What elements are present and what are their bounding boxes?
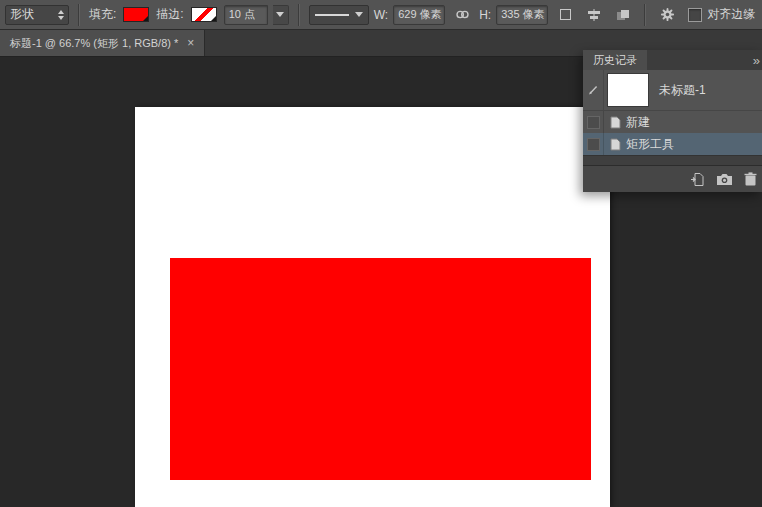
shape-width-value: 629 像素 [398, 7, 441, 22]
history-panel-spacer [583, 155, 762, 165]
combo-updown-icon [58, 10, 64, 20]
new-document-from-state-icon[interactable] [690, 172, 705, 187]
align-edges-label: 对齐边缘 [707, 6, 755, 23]
history-brush-icon [587, 84, 599, 96]
height-label: H: [479, 8, 491, 22]
align-edges-checkbox[interactable] [688, 8, 702, 22]
history-panel-header: 历史记录 » [583, 50, 762, 70]
gear-icon[interactable] [655, 4, 679, 26]
document-tab-title: 标题-1 @ 66.7% (矩形 1, RGB/8) * [10, 36, 178, 51]
stroke-swatch[interactable] [191, 7, 217, 22]
stroke-width-value: 10 点 [229, 7, 255, 22]
history-state-icon [610, 116, 621, 129]
trash-icon[interactable] [744, 172, 757, 186]
fill-label: 填充: [89, 6, 116, 23]
document-tab[interactable]: 标题-1 @ 66.7% (矩形 1, RGB/8) * × [0, 30, 205, 56]
shape-width-input[interactable]: 629 像素 [393, 5, 445, 25]
history-panel-tab[interactable]: 历史记录 [583, 50, 647, 70]
square-icon [560, 9, 571, 20]
history-panel-body: 未标题-1 新建 矩形工具 [583, 70, 762, 192]
stroke-width-dropdown-button[interactable] [273, 5, 289, 25]
width-label: W: [374, 8, 388, 22]
shape-height-input[interactable]: 335 像素 [496, 5, 548, 25]
options-bar: 形状 填充: 描边: 10 点 W: 629 像素 H: 335 像素 [0, 0, 762, 30]
link-dimensions-icon[interactable] [450, 4, 474, 26]
history-snapshot-row[interactable]: 未标题-1 [583, 70, 762, 111]
history-source-well[interactable] [583, 111, 604, 133]
history-item-label: 矩形工具 [626, 136, 674, 153]
chevron-down-icon [276, 12, 284, 17]
history-source-well[interactable] [583, 70, 604, 110]
document-canvas[interactable] [135, 107, 610, 507]
swatch-dropdown-icon [143, 16, 148, 21]
history-item-new[interactable]: 新建 [583, 111, 762, 133]
stroke-type-dropdown[interactable] [309, 5, 369, 25]
path-alignment-button[interactable] [582, 4, 606, 26]
snapshot-label: 未标题-1 [659, 82, 706, 99]
tool-mode-value: 形状 [10, 6, 34, 23]
tool-mode-dropdown[interactable]: 形状 [5, 5, 69, 25]
fill-swatch[interactable] [123, 7, 149, 22]
rectangle-shape[interactable] [170, 258, 591, 480]
close-tab-icon[interactable]: × [187, 36, 194, 50]
camera-snapshot-icon[interactable] [716, 173, 733, 186]
arrange-layers-icon [616, 9, 630, 21]
swatch-dropdown-icon [211, 16, 216, 21]
stroke-line-sample-icon [315, 14, 349, 16]
stroke-label: 描边: [156, 6, 183, 23]
history-state-icon [610, 138, 621, 151]
separator [78, 4, 80, 26]
separator [644, 4, 646, 26]
photoshop-app: 形状 填充: 描边: 10 点 W: 629 像素 H: 335 像素 [0, 0, 762, 507]
source-checkbox [587, 116, 600, 129]
snapshot-thumbnail [607, 73, 649, 107]
separator [298, 4, 300, 26]
history-source-well[interactable] [583, 133, 604, 155]
stroke-width-input[interactable]: 10 点 [224, 5, 268, 25]
source-checkbox [587, 138, 600, 151]
shape-height-value: 335 像素 [501, 7, 544, 22]
collapse-panel-icon[interactable]: » [753, 53, 759, 68]
history-panel-footer [583, 165, 762, 192]
history-panel: 历史记录 » 未标题-1 新建 [583, 50, 762, 192]
align-icon [587, 9, 601, 21]
path-operations-button[interactable] [553, 4, 577, 26]
path-arrangement-button[interactable] [611, 4, 635, 26]
history-item-rectangle-tool[interactable]: 矩形工具 [583, 133, 762, 155]
history-item-label: 新建 [626, 114, 650, 131]
chevron-down-icon [355, 12, 363, 17]
